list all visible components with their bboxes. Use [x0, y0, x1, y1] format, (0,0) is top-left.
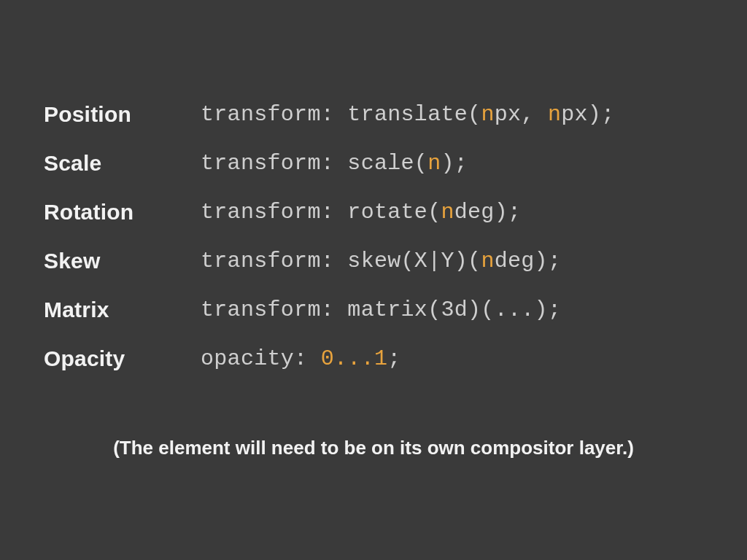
property-code: opacity: 0...1; — [201, 346, 703, 371]
property-label: Opacity — [44, 346, 201, 371]
property-code: transform: translate(npx, npx); — [201, 102, 703, 127]
property-label: Skew — [44, 249, 201, 273]
code-token: transform: matrix(3d)(...); — [201, 298, 561, 322]
property-rows: Positiontransform: translate(npx, npx);S… — [44, 102, 703, 371]
code-accent-token: n — [427, 151, 441, 176]
property-code: transform: rotate(ndeg); — [201, 200, 703, 225]
code-token: ; — [387, 346, 400, 371]
property-code: transform: skew(X|Y)(ndeg); — [201, 249, 703, 273]
code-accent-token: n — [481, 249, 494, 273]
footnote: (The element will need to be on its own … — [44, 437, 703, 459]
code-accent-token: n — [548, 102, 561, 127]
code-token: transform: skew(X|Y)( — [201, 249, 481, 273]
property-label: Rotation — [44, 200, 201, 225]
code-token: deg); — [495, 249, 562, 273]
property-code: transform: matrix(3d)(...); — [201, 298, 703, 322]
code-token: transform: translate( — [201, 102, 481, 127]
code-token: ); — [441, 151, 468, 176]
code-accent-token: n — [481, 102, 494, 127]
code-accent-token: n — [441, 200, 454, 225]
slide: Positiontransform: translate(npx, npx);S… — [0, 0, 747, 560]
code-token: opacity: — [201, 346, 321, 371]
code-token: px, — [495, 102, 548, 127]
code-token: deg); — [454, 200, 522, 225]
code-token: transform: rotate( — [201, 200, 441, 225]
code-accent-token: 0...1 — [321, 346, 388, 371]
property-label: Position — [44, 102, 201, 127]
code-token: transform: scale( — [201, 151, 427, 176]
property-label: Scale — [44, 151, 201, 176]
code-token: px); — [561, 102, 614, 127]
property-label: Matrix — [44, 298, 201, 322]
property-code: transform: scale(n); — [201, 151, 703, 176]
